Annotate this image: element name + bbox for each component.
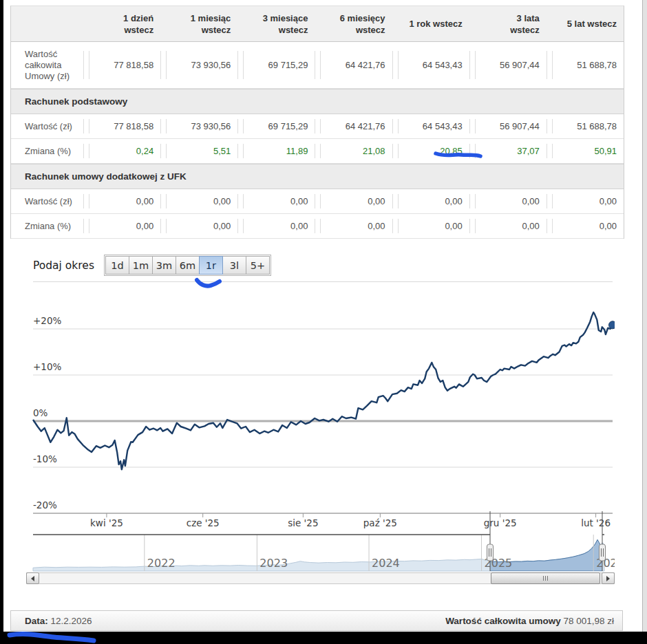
table-cell: 5,51 xyxy=(160,139,237,164)
table-cell: 0,00 xyxy=(315,189,392,214)
table-cell: 51 688,78 xyxy=(547,42,624,89)
svg-text:gru '25: gru '25 xyxy=(484,517,517,528)
period-button-3m[interactable]: 3m xyxy=(152,256,176,275)
col-header-1d: 1 dzień wstecz xyxy=(83,6,160,42)
navigator-handle-right[interactable] xyxy=(600,544,606,561)
section-header-ufk-account: Rachunek umowy dodatkowej z UFK xyxy=(11,164,624,189)
scrollbar-left-arrow-button[interactable] xyxy=(26,572,39,584)
page-edge-left xyxy=(0,0,3,644)
table-cell: 0,00 xyxy=(392,214,469,239)
svg-text:lut '26: lut '26 xyxy=(581,517,611,528)
row-label: Wartość całkowita Umowy (zł) xyxy=(11,42,83,89)
portfolio-page: 1 dzień wstecz 1 miesiąc wstecz 3 miesią… xyxy=(0,0,647,644)
row-label: Wartość (zł) xyxy=(11,114,83,139)
svg-text:2024: 2024 xyxy=(372,557,400,570)
period-selector-label: Podaj okres xyxy=(33,259,94,272)
date-value: 12.2.2026 xyxy=(51,616,92,626)
col-header-3y: 3 lata wstecz xyxy=(469,6,547,42)
chart-widget: Podaj okres 1d 1m 3m 6m 1r 3l 5+ +20%+10… xyxy=(23,249,615,597)
svg-text:+20%: +20% xyxy=(33,315,61,326)
status-total: Wartość całkowita umowy 78 001,98 zł xyxy=(445,616,614,626)
table-cell: 64 543,43 xyxy=(392,42,469,89)
table-cell-highlighted: 20,85 xyxy=(392,139,469,164)
table-cell: 73 930,56 xyxy=(160,114,237,139)
scrollbar-grip-icon xyxy=(545,576,546,581)
table-cell: 0,00 xyxy=(160,214,237,239)
series-line xyxy=(33,312,613,470)
status-bar: Data: 12.2.2026 Wartość całkowita umowy … xyxy=(10,610,623,631)
svg-text:sie '25: sie '25 xyxy=(288,517,318,528)
row-label: Zmiana (%) xyxy=(11,139,83,164)
page-edge-bottom xyxy=(0,632,647,644)
col-header-1y: 1 rok wstecz xyxy=(392,6,469,42)
table-cell: 0,00 xyxy=(469,214,547,239)
svg-text:2023: 2023 xyxy=(259,557,288,570)
scrollbar-thumb[interactable] xyxy=(491,572,600,584)
period-button-group: 1d 1m 3m 6m 1r 3l 5+ xyxy=(104,255,271,276)
col-header-5y: 5 lat wstecz xyxy=(547,6,624,42)
svg-text:kwi '25: kwi '25 xyxy=(90,517,123,528)
table-cell: 64 543,43 xyxy=(392,114,469,139)
arrow-left-icon xyxy=(31,576,34,581)
table-cell: 64 421,76 xyxy=(315,42,392,89)
table-cell: 0,00 xyxy=(469,189,547,214)
table-cell: 37,07 xyxy=(469,139,547,164)
svg-text:cze '25: cze '25 xyxy=(187,517,220,528)
svg-text:-20%: -20% xyxy=(33,500,57,511)
svg-text:2022: 2022 xyxy=(147,557,176,570)
table-cell: 0,00 xyxy=(392,189,469,214)
period-button-1m[interactable]: 1m xyxy=(129,256,153,275)
row-label: Zmiana (%) xyxy=(11,214,83,239)
table-cell: 0,00 xyxy=(237,214,315,239)
table-cell: 69 715,29 xyxy=(237,42,315,89)
table-cell: 69 715,29 xyxy=(237,114,315,139)
svg-text:0%: 0% xyxy=(33,407,48,418)
table-cell: 56 907,44 xyxy=(469,114,547,139)
table-cell: 73 930,56 xyxy=(160,42,237,89)
table-corner-cell xyxy=(11,6,83,42)
period-button-1d[interactable]: 1d xyxy=(105,256,129,275)
row-label: Wartość (zł) xyxy=(11,189,83,214)
table-cell: 0,00 xyxy=(83,214,160,239)
table-cell: 0,00 xyxy=(160,189,237,214)
table-cell: 0,24 xyxy=(83,139,160,164)
navigator-handle-left[interactable] xyxy=(487,544,494,561)
col-header-1m: 1 miesiąc wstecz xyxy=(160,6,237,42)
last-point-marker xyxy=(609,321,615,329)
col-header-3m: 3 miesiące wstecz xyxy=(237,6,315,42)
total-value: 78 001,98 zł xyxy=(563,616,614,626)
status-date: Data: 12.2.2026 xyxy=(25,616,92,626)
section-header-basic-account: Rachunek podstawowy xyxy=(11,89,624,114)
period-button-6m[interactable]: 6m xyxy=(176,256,200,275)
svg-text:+10%: +10% xyxy=(33,361,61,372)
table-cell: 64 421,76 xyxy=(315,114,392,139)
page-edge-right xyxy=(642,0,647,632)
col-header-6m: 6 miesięcy wstecz xyxy=(315,6,392,42)
table-cell: 0,00 xyxy=(237,189,315,214)
svg-text:paź '25: paź '25 xyxy=(363,517,397,528)
table-cell: 11,89 xyxy=(237,139,315,164)
table-cell: 21,08 xyxy=(315,139,392,164)
chart-scrollbar[interactable] xyxy=(26,572,615,584)
table-cell: 0,00 xyxy=(547,189,624,214)
period-button-5plus[interactable]: 5+ xyxy=(246,256,270,275)
table-cell: 77 818,58 xyxy=(83,42,160,89)
performance-table: 1 dzień wstecz 1 miesiąc wstecz 3 miesią… xyxy=(10,6,624,239)
svg-text:-10%: -10% xyxy=(33,453,57,464)
table-cell: 50,91 xyxy=(547,139,624,164)
date-label: Data: xyxy=(25,616,48,626)
scrollbar-right-arrow-button[interactable] xyxy=(602,572,615,584)
table-cell: 0,00 xyxy=(83,189,160,214)
table-cell: 51 688,78 xyxy=(547,114,624,139)
price-change-chart: +20%+10%0%-10%-20%kwi '25cze '25sie '25p… xyxy=(23,282,615,575)
table-cell: 0,00 xyxy=(547,214,624,239)
table-cell: 77 818,58 xyxy=(83,114,160,139)
arrow-right-icon xyxy=(606,576,610,581)
period-button-3l[interactable]: 3l xyxy=(222,256,246,275)
period-button-1r[interactable]: 1r xyxy=(199,256,223,275)
period-selector: Podaj okres 1d 1m 3m 6m 1r 3l 5+ xyxy=(33,255,271,276)
table-cell: 56 907,44 xyxy=(469,42,547,89)
total-label: Wartość całkowita umowy xyxy=(445,616,561,626)
table-cell: 0,00 xyxy=(315,214,392,239)
